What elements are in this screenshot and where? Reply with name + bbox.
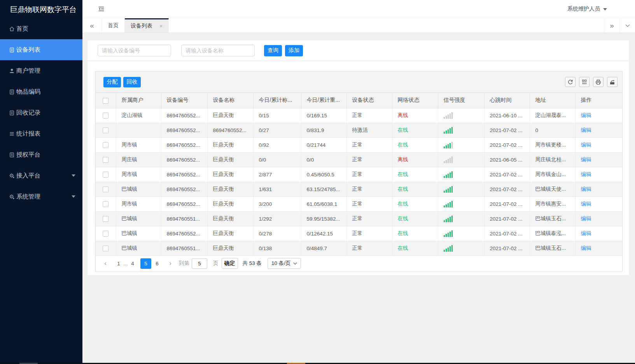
edit-link[interactable]: 编辑	[581, 127, 591, 133]
column-header[interactable]: 信号强度	[438, 93, 484, 108]
collapse-sidebar-icon[interactable]	[98, 6, 105, 12]
close-tab-icon[interactable]: ×	[159, 23, 163, 29]
user-menu[interactable]: 系统维护人员	[567, 5, 607, 12]
edit-link[interactable]: 编辑	[581, 230, 591, 236]
row-checkbox[interactable]	[103, 216, 108, 222]
edit-link[interactable]: 编辑	[581, 245, 591, 251]
recycle-button[interactable]: 回收	[123, 77, 141, 87]
row-checkbox[interactable]	[103, 201, 108, 207]
device-code-input[interactable]	[98, 45, 171, 56]
column-header[interactable]: 网络状态	[392, 93, 438, 108]
tabs-scroll-right-icon[interactable]: »	[604, 18, 619, 33]
print-icon[interactable]	[593, 77, 604, 87]
column-header[interactable]: 设备编号	[161, 93, 207, 108]
edit-link[interactable]: 编辑	[581, 112, 591, 118]
page-size-select[interactable]: 10 条/页	[268, 258, 301, 269]
column-header[interactable]: 设备状态	[346, 93, 392, 108]
cell-signal	[438, 211, 484, 226]
select-all-checkbox-cell	[96, 93, 116, 108]
cell-today-count: 2/877	[253, 167, 301, 182]
cell-device-code: 8694760551...	[161, 211, 207, 226]
row-checkbox[interactable]	[103, 172, 108, 178]
column-header[interactable]: 今日/累计称...	[253, 93, 301, 108]
row-checkbox-cell	[96, 241, 116, 256]
cell-action: 编辑	[575, 182, 622, 197]
cell-device-name: 巨鼎天衡	[207, 138, 253, 152]
signal-strength-icon	[444, 157, 484, 163]
column-header[interactable]: 心跳时间	[484, 93, 530, 108]
grid-toolbar: 分配 回收	[96, 71, 622, 93]
cell-heartbeat: 2021-07-02 ...	[484, 123, 530, 138]
edit-link[interactable]: 编辑	[581, 171, 591, 177]
column-header[interactable]: 所属商户	[116, 93, 161, 108]
row-checkbox[interactable]	[103, 246, 108, 251]
home-icon	[9, 26, 15, 32]
column-header[interactable]: 设备名称	[207, 93, 253, 108]
edit-link[interactable]: 编辑	[581, 201, 591, 207]
sidebar-item-items[interactable]: 物品编码	[0, 81, 82, 102]
sidebar-item-authorize[interactable]: 授权平台	[0, 144, 82, 165]
clipboard-icon	[9, 152, 15, 158]
cell-device-code: 8694760552...	[161, 152, 207, 167]
cell-network-status: 离线	[392, 108, 438, 123]
sidebar-item-merchants[interactable]: 商户管理	[0, 60, 82, 81]
device-grid: 分配 回收	[95, 71, 623, 272]
sidebar-item-access[interactable]: 接入平台	[0, 165, 82, 186]
cell-today-weight: 0/12642.15	[301, 226, 346, 241]
goto-page-input[interactable]	[192, 258, 207, 269]
refresh-icon[interactable]	[565, 77, 576, 87]
cell-signal	[438, 167, 484, 182]
cell-merchant: 巴城镇	[116, 226, 161, 241]
tab-首页[interactable]: 首页	[102, 18, 125, 33]
cell-device-name: 巨鼎天衡	[207, 108, 253, 123]
tabs-menu-icon[interactable]	[619, 18, 635, 33]
clipboard-icon	[9, 89, 15, 95]
select-all-checkbox[interactable]	[103, 98, 108, 104]
add-button[interactable]: 添加	[285, 45, 303, 56]
column-header[interactable]: 今日/累计重...	[301, 93, 346, 108]
assign-button[interactable]: 分配	[103, 77, 121, 87]
edit-link[interactable]: 编辑	[581, 157, 591, 162]
query-button[interactable]: 查询	[264, 45, 282, 56]
row-checkbox[interactable]	[103, 142, 108, 148]
prev-page-icon[interactable]: ‹	[102, 260, 109, 267]
row-checkbox[interactable]	[103, 231, 108, 237]
sidebar-item-reports[interactable]: 统计报表	[0, 123, 82, 144]
export-icon[interactable]	[607, 77, 618, 87]
row-checkbox[interactable]	[103, 127, 108, 133]
list-icon	[9, 47, 15, 53]
column-header[interactable]: 操作	[575, 93, 622, 108]
pagination: ‹1...456›到第页确定共 53 条10 条/页	[96, 256, 622, 272]
page-number-current[interactable]: 5	[140, 258, 151, 269]
column-header[interactable]: 地址	[530, 93, 575, 108]
cell-signal	[438, 182, 484, 197]
cell-device-code: 8694760552...	[161, 167, 207, 182]
edit-link[interactable]: 编辑	[581, 216, 591, 221]
row-checkbox[interactable]	[103, 113, 108, 118]
tab-设备列表[interactable]: 设备列表×	[125, 18, 169, 33]
sidebar-item-recycle[interactable]: 回收记录	[0, 102, 82, 123]
next-page-icon[interactable]: ›	[167, 260, 174, 267]
page-number[interactable]: 4	[129, 261, 136, 266]
tabs-scroll-left-icon[interactable]: «	[82, 18, 102, 33]
sidebar-item-system[interactable]: 系统管理	[0, 186, 82, 207]
cell-heartbeat: 2021-07-02 ...	[484, 211, 530, 226]
table-row: 巴城镇8694760552...巨鼎天衡1/63163.15/24785...正…	[96, 182, 622, 197]
sidebar-item-devices[interactable]: 设备列表	[0, 39, 82, 60]
device-name-input[interactable]	[181, 45, 255, 56]
row-checkbox[interactable]	[103, 186, 108, 192]
sidebar-item-home[interactable]: 首页	[0, 18, 82, 39]
columns-icon[interactable]	[579, 77, 590, 87]
row-checkbox[interactable]	[103, 157, 108, 163]
total-count: 共 53 条	[243, 260, 262, 267]
tab-label: 设备列表	[131, 23, 152, 30]
signal-strength-icon	[444, 171, 484, 178]
edit-link[interactable]: 编辑	[581, 142, 591, 148]
row-checkbox-cell	[96, 108, 116, 123]
page-number[interactable]: 6	[154, 261, 161, 266]
edit-link[interactable]: 编辑	[581, 186, 591, 192]
confirm-button[interactable]: 确定	[222, 258, 238, 269]
user-name: 系统维护人员	[567, 5, 600, 12]
cell-device-status: 正常	[346, 197, 392, 211]
page-number[interactable]: 1	[115, 261, 122, 266]
